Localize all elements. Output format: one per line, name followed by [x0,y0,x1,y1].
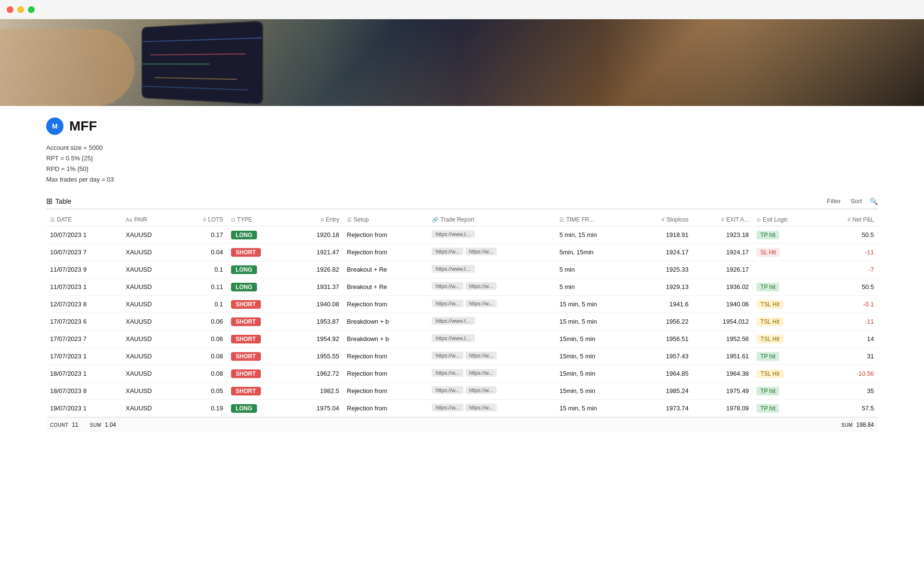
cell-entry: 1926.82 [291,261,343,278]
cell-exit-logic: TP hit [753,400,820,417]
close-button[interactable] [7,6,13,13]
cell-lots: 0.05 [180,382,227,400]
cell-time-fr: 5 min, 15 min [555,226,633,244]
trade-link[interactable]: https://w... [432,300,463,307]
maximize-button[interactable] [28,6,35,13]
cell-entry: 1920.18 [291,226,343,244]
trade-link[interactable]: https://w... [432,352,463,359]
cell-trade-report: https://w...https://w... [428,382,555,400]
minimize-button[interactable] [17,6,24,13]
trade-link[interactable]: https://w... [465,352,497,359]
cell-setup: Breakout + Re [343,278,428,296]
cell-lots: 0.08 [180,365,227,382]
trade-link[interactable]: https://www.tr... [432,334,475,342]
trade-link[interactable]: https://w... [465,300,497,307]
cell-pair: XAUUSD [122,226,180,244]
trade-link[interactable]: https://w... [432,282,463,290]
cell-exit-a: 1954.012 [693,313,753,330]
cell-pair: XAUUSD [122,348,180,365]
table-view-toggle[interactable]: ⊞ Table [46,197,71,206]
cell-lots: 0.08 [180,348,227,365]
table-toolbar: ⊞ Table Filter Sort 🔍 [46,197,878,210]
cell-stoploss: 1964.85 [633,365,692,382]
cell-exit-logic: TSL Hit [753,313,820,330]
cell-exit-a: 1964.38 [693,365,753,382]
cell-trade-report: https://w...https://w... [428,278,555,296]
trade-link[interactable]: https://w... [432,369,463,377]
cell-entry: 1954.92 [291,330,343,348]
max-trades-info: Max trades per day = 03 [46,174,878,185]
table-header-row: ☰DATE AaPAIR #LOTS ⊙TYPE #Entry ☰Setup 🔗… [46,213,878,226]
cell-trade-report: https://w...https://w... [428,400,555,417]
cell-trade-report: https://w...https://w... [428,244,555,261]
cell-trade-report: https://w...https://w... [428,296,555,313]
trade-link[interactable]: https://w... [465,248,497,255]
cell-net-pl: 57.5 [820,400,878,417]
col-header-lots: #LOTS [180,213,227,226]
cell-stoploss: 1925.33 [633,261,692,278]
cell-type: SHORT [227,244,291,261]
trade-table: ☰DATE AaPAIR #LOTS ⊙TYPE #Entry ☰Setup 🔗… [46,213,878,417]
logo: M [46,118,64,135]
cell-time-fr: 15 min, 5 min [555,313,633,330]
cell-entry: 1955.55 [291,348,343,365]
cell-date: 12/07/2023 8 [46,296,122,313]
cell-date: 17/07/2023 7 [46,330,122,348]
cell-pair: XAUUSD [122,365,180,382]
cell-stoploss: 1918.91 [633,226,692,244]
col-header-trade-report: 🔗Trade Report [428,213,555,226]
trade-link[interactable]: https://w... [432,248,463,255]
cell-trade-report: https://www.tr... [428,313,555,330]
trade-link[interactable]: https://www.tr... [432,230,475,238]
cell-exit-a: 1936.02 [693,278,753,296]
rpt-info: RPT = 0.5% {25} [46,153,878,164]
trade-link[interactable]: https://www.tr... [432,317,475,325]
cell-net-pl: -0.1 [820,296,878,313]
table-row: 10/07/2023 7 XAUUSD 0.04 SHORT 1921.47 R… [46,244,878,261]
cell-exit-logic: TP hit [753,348,820,365]
cell-entry: 1982.5 [291,382,343,400]
cell-net-pl: 50.5 [820,226,878,244]
cell-setup: Rejection from [343,296,428,313]
trade-link[interactable]: https://w... [432,386,463,394]
cell-date: 10/07/2023 7 [46,244,122,261]
trade-link[interactable]: https://w... [465,282,497,290]
cell-date: 10/07/2023 1 [46,226,122,244]
cell-exit-a: 1940.06 [693,296,753,313]
cell-net-pl: 31 [820,348,878,365]
cell-pair: XAUUSD [122,244,180,261]
cell-entry: 1962.72 [291,365,343,382]
cell-entry: 1921.47 [291,244,343,261]
cell-stoploss: 1956.22 [633,313,692,330]
cell-setup: Rejection from [343,382,428,400]
table-row: 17/07/2023 7 XAUUSD 0.06 SHORT 1954.92 B… [46,330,878,348]
cell-exit-logic [753,261,820,278]
col-header-type: ⊙TYPE [227,213,291,226]
cell-pair: XAUUSD [122,296,180,313]
cell-trade-report: https://www.tr... [428,261,555,278]
cell-setup: Rejection from [343,226,428,244]
trade-link[interactable]: https://w... [465,404,497,411]
cell-stoploss: 1941.6 [633,296,692,313]
trade-link[interactable]: https://w... [432,404,463,411]
cell-net-pl: -11 [820,313,878,330]
cell-entry: 1940.08 [291,296,343,313]
trade-link[interactable]: https://www.tr... [432,265,475,273]
table-row: 18/07/2023 1 XAUUSD 0.08 SHORT 1962.72 R… [46,365,878,382]
cell-lots: 0.06 [180,330,227,348]
sort-button[interactable]: Sort [848,197,864,206]
cell-type: LONG [227,226,291,244]
trade-link[interactable]: https://w... [465,386,497,394]
table-footer: COUNT 11 SUM 1.04 SUM 198.84 [46,417,878,432]
cell-time-fr: 5min, 15min [555,244,633,261]
col-header-stoploss: #Stoploss [633,213,692,226]
table-row: 17/07/2023 6 XAUUSD 0.06 SHORT 1953.87 B… [46,313,878,330]
search-icon[interactable]: 🔍 [870,197,878,205]
trade-link[interactable]: https://w... [465,369,497,377]
cell-time-fr: 5 min [555,278,633,296]
cell-date: 19/07/2023 1 [46,400,122,417]
filter-button[interactable]: Filter [825,197,843,206]
cell-net-pl: 35 [820,382,878,400]
table-row: 18/07/2023 8 XAUUSD 0.05 SHORT 1982.5 Re… [46,382,878,400]
cell-date: 17/07/2023 1 [46,348,122,365]
